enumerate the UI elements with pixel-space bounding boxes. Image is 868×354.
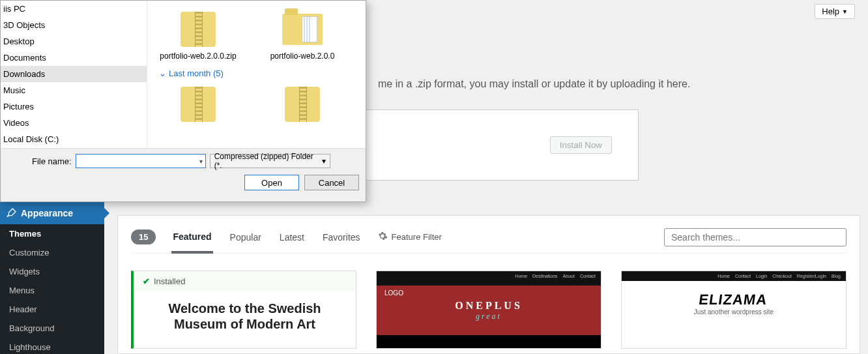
appearance-submenu: Themes Customize Widgets Menus Header Ba… <box>0 202 104 354</box>
feature-filter-label: Feature Filter <box>392 232 442 242</box>
submenu-header[interactable]: Header <box>0 300 104 319</box>
nav-downloads[interactable]: Downloads <box>1 66 147 82</box>
theme2-hero-l1: ONEPLUS <box>455 300 523 312</box>
submenu-themes[interactable]: Themes <box>0 224 104 243</box>
nav-desktop[interactable]: Desktop <box>1 33 147 50</box>
dialog-body: iis PC 3D Objects Desktop Documents Down… <box>1 1 366 148</box>
file-item-zip-3[interactable] <box>263 82 341 126</box>
nav-this-pc[interactable]: iis PC <box>1 1 147 17</box>
theme-card-3[interactable]: HomeContactLoginCheckoutRegister/LoginBl… <box>621 271 846 349</box>
submenu-customize[interactable]: Customize <box>0 243 104 262</box>
themes-filter-nav: 15 Featured Popular Latest Favorites Fea… <box>131 228 846 254</box>
sidebar-section-appearance[interactable]: Appearance <box>0 202 104 224</box>
file-name-label: File name: <box>32 156 72 166</box>
file-open-dialog: iis PC 3D Objects Desktop Documents Down… <box>0 0 366 202</box>
theme3-brand: ELIZAMA <box>621 281 846 308</box>
zip-archive-icon <box>181 12 216 47</box>
upload-hint-text: me in a .zip format, you may install or … <box>378 78 855 90</box>
gear-icon <box>377 231 388 243</box>
nav-music[interactable]: Music <box>1 82 147 98</box>
appearance-label: Appearance <box>21 208 73 218</box>
wp-admin-sidebar: Appearance Themes Customize Widgets Menu… <box>0 202 104 354</box>
check-icon: ✔ <box>143 276 150 286</box>
theme1-title-l2: Museum of Modern Art <box>174 317 315 331</box>
open-button[interactable]: Open <box>244 175 299 190</box>
file-list-pane[interactable]: portfolio-web.2.0.0.zip portfolio-web.2.… <box>147 1 366 148</box>
help-label: Help <box>822 7 839 16</box>
nav-videos[interactable]: Videos <box>1 115 147 131</box>
theme2-logo: LOGO <box>384 289 403 297</box>
submenu-widgets[interactable]: Widgets <box>0 262 104 281</box>
nav-3d-objects[interactable]: 3D Objects <box>1 17 147 33</box>
tab-latest[interactable]: Latest <box>278 228 306 246</box>
chevron-down-icon[interactable]: ▾ <box>322 156 326 166</box>
install-now-button[interactable]: Install Now <box>550 136 612 154</box>
submenu-menus[interactable]: Menus <box>0 281 104 300</box>
nav-documents[interactable]: Documents <box>1 50 147 66</box>
folder-icon <box>282 14 323 45</box>
feature-filter-button[interactable]: Feature Filter <box>377 231 442 243</box>
theme-card-1[interactable]: ✔ Installed Welcome to the Swedish Museu… <box>131 271 356 349</box>
dialog-footer: File name: ▾ Compressed (zipped) Folder … <box>1 148 366 201</box>
file-item-folder-name: portfolio-web.2.0.0 <box>263 52 341 61</box>
group-last-month[interactable]: ⌄ Last month (5) <box>159 68 359 78</box>
chevron-down-icon[interactable]: ▾ <box>199 158 203 165</box>
appearance-icon <box>7 207 17 220</box>
nav-pane[interactable]: iis PC 3D Objects Desktop Documents Down… <box>1 1 147 148</box>
search-themes-input[interactable] <box>664 228 846 246</box>
theme3-topnav: HomeContactLoginCheckoutRegister/LoginBl… <box>622 271 846 281</box>
file-name-input[interactable] <box>79 156 190 166</box>
nav-local-disk[interactable]: Local Disk (C:) <box>1 131 147 147</box>
theme1-title: Welcome to the Swedish Museum of Modern … <box>134 291 356 341</box>
themes-browser-panel: 15 Featured Popular Latest Favorites Fea… <box>117 215 860 354</box>
tab-favorites[interactable]: Favorites <box>321 228 362 246</box>
zip-archive-icon <box>285 87 320 122</box>
theme-cards-row: ✔ Installed Welcome to the Swedish Museu… <box>131 271 846 349</box>
file-type-filter-label: Compressed (zipped) Folder (*. <box>214 152 322 170</box>
chevron-down-icon: ⌄ <box>159 68 166 78</box>
group-last-month-label: Last month (5) <box>169 68 224 78</box>
nav-pictures[interactable]: Pictures <box>1 98 147 115</box>
search-themes-wrap <box>664 228 846 246</box>
help-button[interactable]: Help ▼ <box>815 4 855 19</box>
theme2-topnav: HomeDestinationsAboutContact <box>377 271 601 286</box>
file-item-zip-2[interactable] <box>159 82 237 126</box>
cancel-button[interactable]: Cancel <box>304 175 359 190</box>
file-item-folder[interactable]: portfolio-web.2.0.0 <box>263 7 341 61</box>
theme2-hero: ONEPLUS great <box>377 286 601 335</box>
zip-archive-icon <box>181 87 216 122</box>
theme-card-2[interactable]: HomeDestinationsAboutContact LOGO ONEPLU… <box>376 271 601 349</box>
installed-bar: ✔ Installed <box>134 271 356 291</box>
tab-popular[interactable]: Popular <box>229 228 263 246</box>
themes-count-badge: 15 <box>131 229 156 244</box>
installed-label: Installed <box>154 276 185 286</box>
tab-featured[interactable]: Featured <box>171 228 212 254</box>
file-type-filter[interactable]: Compressed (zipped) Folder (*. ▾ <box>210 154 330 168</box>
file-item-zip-name: portfolio-web.2.0.0.zip <box>159 52 237 61</box>
submenu-lighthouse[interactable]: Lighthouse <box>0 338 104 354</box>
theme2-hero-l2: great <box>476 312 502 321</box>
submenu-background[interactable]: Background <box>0 319 104 338</box>
theme1-title-l1: Welcome to the Swedish <box>168 301 321 316</box>
theme3-tagline: Just another wordpress site <box>622 308 846 316</box>
chevron-down-icon: ▼ <box>842 8 848 15</box>
file-item-zip[interactable]: portfolio-web.2.0.0.zip <box>159 7 237 61</box>
file-name-combo[interactable]: ▾ <box>76 154 206 168</box>
